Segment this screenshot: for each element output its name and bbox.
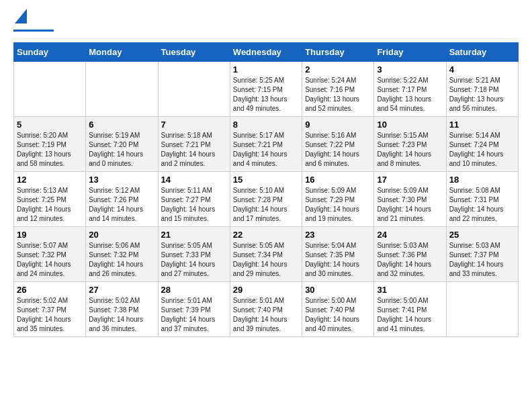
day-number: 30	[305, 285, 371, 295]
cell-info: Sunrise: 5:09 AMSunset: 7:30 PMDaylight:…	[377, 186, 443, 224]
calendar-cell: 29Sunrise: 5:01 AMSunset: 7:40 PMDayligh…	[230, 282, 302, 337]
day-number: 22	[233, 230, 299, 240]
logo-wrapper	[13, 13, 54, 32]
calendar-week-row: 26Sunrise: 5:02 AMSunset: 7:37 PMDayligh…	[14, 282, 519, 337]
day-number: 28	[161, 285, 227, 295]
header-row: Sunday Monday Tuesday Wednesday Thursday…	[14, 43, 519, 62]
svg-marker-0	[15, 9, 27, 24]
day-number: 4	[449, 64, 515, 75]
calendar-cell: 11Sunrise: 5:14 AMSunset: 7:24 PMDayligh…	[446, 117, 518, 172]
calendar-cell: 26Sunrise: 5:02 AMSunset: 7:37 PMDayligh…	[14, 282, 86, 337]
calendar-cell: 2Sunrise: 5:24 AMSunset: 7:16 PMDaylight…	[302, 62, 374, 117]
day-number: 19	[17, 230, 83, 240]
calendar-cell: 25Sunrise: 5:03 AMSunset: 7:37 PMDayligh…	[446, 227, 518, 282]
calendar-cell: 27Sunrise: 5:02 AMSunset: 7:38 PMDayligh…	[86, 282, 158, 337]
calendar-cell: 31Sunrise: 5:00 AMSunset: 7:41 PMDayligh…	[374, 282, 446, 337]
day-number: 9	[305, 120, 371, 130]
day-number: 1	[233, 64, 299, 75]
cell-info: Sunrise: 5:22 AMSunset: 7:17 PMDaylight:…	[377, 76, 443, 113]
day-number: 25	[449, 230, 515, 240]
day-number: 2	[305, 64, 371, 75]
day-number: 3	[377, 64, 443, 75]
calendar-cell: 14Sunrise: 5:11 AMSunset: 7:27 PMDayligh…	[158, 172, 230, 227]
cell-info: Sunrise: 5:08 AMSunset: 7:31 PMDaylight:…	[449, 186, 515, 224]
day-number: 10	[377, 120, 443, 130]
logo-icon	[15, 9, 27, 24]
day-number: 12	[17, 175, 83, 185]
calendar-week-row: 19Sunrise: 5:07 AMSunset: 7:32 PMDayligh…	[14, 227, 519, 282]
calendar-cell: 4Sunrise: 5:21 AMSunset: 7:18 PMDaylight…	[446, 62, 518, 117]
day-number: 24	[377, 230, 443, 240]
day-number: 29	[233, 285, 299, 295]
cell-info: Sunrise: 5:09 AMSunset: 7:29 PMDaylight:…	[305, 186, 371, 224]
cell-info: Sunrise: 5:00 AMSunset: 7:41 PMDaylight:…	[377, 296, 443, 334]
day-number: 31	[377, 285, 443, 295]
calendar-cell: 30Sunrise: 5:00 AMSunset: 7:40 PMDayligh…	[302, 282, 374, 337]
logo-top	[13, 13, 54, 28]
cell-info: Sunrise: 5:16 AMSunset: 7:22 PMDaylight:…	[305, 131, 371, 169]
day-number: 21	[161, 230, 227, 240]
day-number: 13	[89, 175, 154, 185]
cell-info: Sunrise: 5:10 AMSunset: 7:28 PMDaylight:…	[233, 186, 299, 224]
calendar-week-row: 5Sunrise: 5:20 AMSunset: 7:19 PMDaylight…	[14, 117, 519, 172]
calendar-cell: 19Sunrise: 5:07 AMSunset: 7:32 PMDayligh…	[14, 227, 86, 282]
cell-info: Sunrise: 5:15 AMSunset: 7:23 PMDaylight:…	[377, 131, 443, 169]
calendar-cell: 16Sunrise: 5:09 AMSunset: 7:29 PMDayligh…	[302, 172, 374, 227]
cell-info: Sunrise: 5:17 AMSunset: 7:21 PMDaylight:…	[233, 131, 299, 169]
day-number: 27	[89, 285, 154, 295]
cell-info: Sunrise: 5:20 AMSunset: 7:19 PMDaylight:…	[17, 131, 83, 169]
calendar-cell: 24Sunrise: 5:03 AMSunset: 7:36 PMDayligh…	[374, 227, 446, 282]
calendar-cell: 23Sunrise: 5:04 AMSunset: 7:35 PMDayligh…	[302, 227, 374, 282]
cell-info: Sunrise: 5:02 AMSunset: 7:38 PMDaylight:…	[89, 296, 154, 334]
day-number: 6	[89, 120, 154, 130]
logo-line	[13, 30, 54, 32]
cell-info: Sunrise: 5:21 AMSunset: 7:18 PMDaylight:…	[449, 76, 515, 113]
cell-info: Sunrise: 5:00 AMSunset: 7:40 PMDaylight:…	[305, 296, 371, 334]
day-number: 7	[161, 120, 227, 130]
calendar-cell: 3Sunrise: 5:22 AMSunset: 7:17 PMDaylight…	[374, 62, 446, 117]
calendar-cell: 17Sunrise: 5:09 AMSunset: 7:30 PMDayligh…	[374, 172, 446, 227]
calendar-cell: 9Sunrise: 5:16 AMSunset: 7:22 PMDaylight…	[302, 117, 374, 172]
calendar-body: 1Sunrise: 5:25 AMSunset: 7:15 PMDaylight…	[14, 62, 519, 337]
cell-info: Sunrise: 5:03 AMSunset: 7:37 PMDaylight:…	[449, 241, 515, 279]
logo	[13, 13, 54, 32]
header-sunday: Sunday	[14, 43, 86, 62]
calendar-cell	[446, 282, 518, 337]
cell-info: Sunrise: 5:02 AMSunset: 7:37 PMDaylight:…	[17, 296, 83, 334]
calendar-cell	[158, 62, 230, 117]
cell-info: Sunrise: 5:19 AMSunset: 7:20 PMDaylight:…	[89, 131, 154, 169]
cell-info: Sunrise: 5:14 AMSunset: 7:24 PMDaylight:…	[449, 131, 515, 169]
calendar-cell: 7Sunrise: 5:18 AMSunset: 7:21 PMDaylight…	[158, 117, 230, 172]
header-thursday: Thursday	[302, 43, 374, 62]
cell-info: Sunrise: 5:11 AMSunset: 7:27 PMDaylight:…	[161, 186, 227, 224]
cell-info: Sunrise: 5:13 AMSunset: 7:25 PMDaylight:…	[17, 186, 83, 224]
calendar-cell: 15Sunrise: 5:10 AMSunset: 7:28 PMDayligh…	[230, 172, 302, 227]
calendar-cell: 10Sunrise: 5:15 AMSunset: 7:23 PMDayligh…	[374, 117, 446, 172]
calendar-cell: 12Sunrise: 5:13 AMSunset: 7:25 PMDayligh…	[14, 172, 86, 227]
calendar-cell: 20Sunrise: 5:06 AMSunset: 7:32 PMDayligh…	[86, 227, 158, 282]
calendar-cell: 21Sunrise: 5:05 AMSunset: 7:33 PMDayligh…	[158, 227, 230, 282]
day-number: 18	[449, 175, 515, 185]
day-number: 16	[305, 175, 371, 185]
calendar-cell: 5Sunrise: 5:20 AMSunset: 7:19 PMDaylight…	[14, 117, 86, 172]
calendar-cell	[86, 62, 158, 117]
calendar-header: Sunday Monday Tuesday Wednesday Thursday…	[14, 43, 519, 62]
page-header	[13, 13, 519, 32]
cell-info: Sunrise: 5:01 AMSunset: 7:40 PMDaylight:…	[233, 296, 299, 334]
cell-info: Sunrise: 5:04 AMSunset: 7:35 PMDaylight:…	[305, 241, 371, 279]
calendar-week-row: 12Sunrise: 5:13 AMSunset: 7:25 PMDayligh…	[14, 172, 519, 227]
day-number: 14	[161, 175, 227, 185]
calendar-cell: 6Sunrise: 5:19 AMSunset: 7:20 PMDaylight…	[86, 117, 158, 172]
header-wednesday: Wednesday	[230, 43, 302, 62]
day-number: 11	[449, 120, 515, 130]
calendar-cell: 8Sunrise: 5:17 AMSunset: 7:21 PMDaylight…	[230, 117, 302, 172]
cell-info: Sunrise: 5:12 AMSunset: 7:26 PMDaylight:…	[89, 186, 154, 224]
cell-info: Sunrise: 5:25 AMSunset: 7:15 PMDaylight:…	[233, 76, 299, 113]
calendar-cell: 13Sunrise: 5:12 AMSunset: 7:26 PMDayligh…	[86, 172, 158, 227]
cell-info: Sunrise: 5:03 AMSunset: 7:36 PMDaylight:…	[377, 241, 443, 279]
header-tuesday: Tuesday	[158, 43, 230, 62]
calendar-cell: 18Sunrise: 5:08 AMSunset: 7:31 PMDayligh…	[446, 172, 518, 227]
header-monday: Monday	[86, 43, 158, 62]
cell-info: Sunrise: 5:07 AMSunset: 7:32 PMDaylight:…	[17, 241, 83, 279]
cell-info: Sunrise: 5:05 AMSunset: 7:33 PMDaylight:…	[161, 241, 227, 279]
